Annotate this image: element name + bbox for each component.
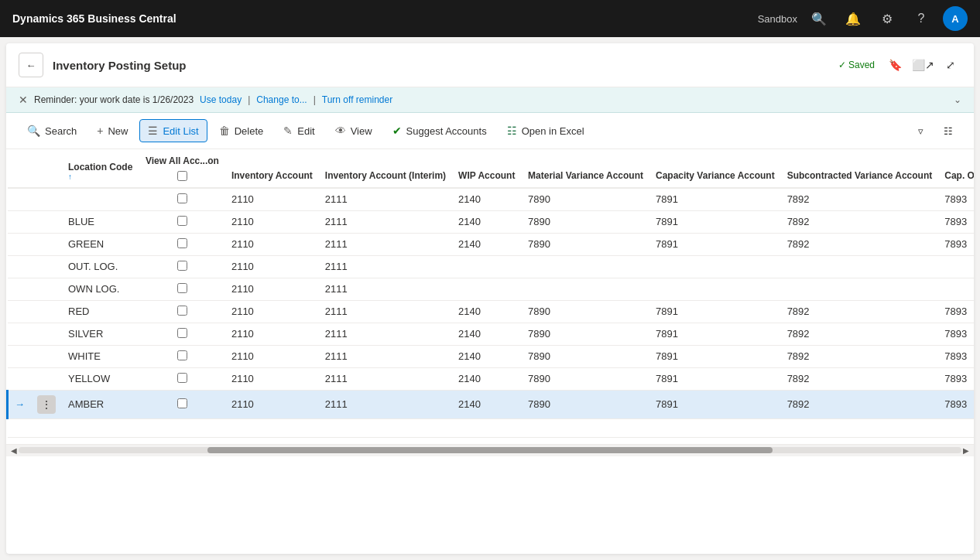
col-subcontracted-variance-header[interactable]: Subcontracted Variance Account (781, 149, 939, 188)
excel-btn-icon: ☷ (507, 125, 517, 137)
reminder-expand-icon[interactable]: ⌄ (954, 94, 961, 105)
capacity-variance-cell: 7891 (649, 233, 781, 255)
capacity-variance-cell: 7891 (649, 345, 781, 367)
scroll-left-arrow[interactable]: ◀ (9, 446, 19, 455)
material-variance-cell: 7890 (522, 323, 649, 345)
inventory-account-cell: 2110 (225, 255, 319, 278)
inventory-account-interim-cell: 2111 (319, 255, 452, 278)
view-all-checkbox[interactable] (177, 306, 187, 316)
col-inventory-account-header[interactable]: Inventory Account (225, 149, 319, 188)
environment-label: Sandbox (758, 13, 797, 25)
material-variance-cell: 7890 (522, 300, 649, 323)
view-all-checkbox[interactable] (177, 398, 187, 408)
material-variance-cell: 7890 (522, 233, 649, 255)
filter-button[interactable]: ▿ (910, 120, 932, 142)
row-indicator-cell (8, 188, 32, 211)
table-row: 21102111214078907891789278937894 (8, 188, 975, 211)
col-inventory-interim-header[interactable]: Inventory Account (Interim) (319, 149, 452, 188)
wip-account-cell: 2140 (452, 233, 522, 255)
reminder-close-button[interactable]: ✕ (19, 94, 28, 106)
wip-account-cell: 2140 (452, 210, 522, 233)
suggest-accounts-btn-icon: ✔ (392, 125, 402, 137)
view-all-cell (139, 255, 225, 278)
table-row: YELLOW21102111214078907891789278937894 (8, 367, 975, 390)
capacity-variance-cell: 7891 (649, 300, 781, 323)
table-row: SILVER21102111214078907891789278937894 (8, 323, 975, 345)
view-all-checkbox[interactable] (177, 373, 187, 383)
row-menu-cell (31, 300, 62, 323)
row-indicator-cell: → (8, 390, 32, 418)
inventory-account-cell: 2110 (225, 390, 319, 418)
edit-button[interactable]: ✎ Edit (275, 119, 323, 142)
subcontracted-variance-cell (781, 278, 939, 300)
location-code-cell: OUT. LOG. (62, 255, 139, 278)
cap-overhead-variance-cell (938, 255, 974, 278)
view-all-checkbox[interactable] (177, 193, 187, 203)
col-location-code-header[interactable]: Location Code ↑ (62, 149, 139, 188)
view-all-cell (139, 345, 225, 367)
col-view-all-header: View All Acc...on (139, 149, 225, 188)
capacity-variance-cell: 7891 (649, 210, 781, 233)
user-avatar[interactable]: A (943, 6, 968, 31)
view-all-checkbox[interactable] (177, 283, 187, 293)
col-cap-overhead-variance-header[interactable]: Cap. Overhead Variance Account (938, 149, 974, 188)
col-capacity-variance-header[interactable]: Capacity Variance Account (649, 149, 781, 188)
help-icon[interactable]: ? (909, 6, 934, 31)
table-row: →⋮AMBER21102111214078907891789278937894 (8, 390, 975, 418)
view-btn-icon: 👁 (335, 125, 346, 137)
open-in-excel-button[interactable]: ☷ Open in Excel (499, 119, 593, 142)
row-menu-cell: ⋮ (31, 390, 62, 418)
scrollbar-thumb[interactable] (207, 447, 773, 453)
view-all-checkbox[interactable] (177, 261, 187, 271)
row-menu-cell (31, 233, 62, 255)
edit-list-button[interactable]: ☰ Edit List (139, 119, 207, 142)
notifications-icon[interactable]: 🔔 (841, 6, 865, 31)
scroll-right-arrow[interactable]: ▶ (961, 446, 971, 455)
page-title: Inventory Posting Setup (53, 59, 829, 72)
suggest-accounts-button[interactable]: ✔ Suggest Accounts (384, 119, 495, 142)
change-to-link[interactable]: Change to... (256, 94, 307, 105)
horizontal-scrollbar[interactable]: ◀ ▶ (6, 444, 974, 456)
capacity-variance-cell (649, 278, 781, 300)
table-row: RED21102111214078907891789278937894 (8, 300, 975, 323)
view-all-checkbox[interactable] (177, 350, 187, 360)
col-wip-account-header[interactable]: WIP Account (452, 149, 522, 188)
sort-arrow-location: ↑ (68, 172, 133, 181)
location-code-cell: SILVER (62, 323, 139, 345)
search-button[interactable]: 🔍 Search (19, 119, 85, 142)
material-variance-cell (522, 278, 649, 300)
cap-overhead-variance-cell (938, 278, 974, 300)
settings-icon[interactable]: ⚙ (875, 6, 899, 31)
cap-overhead-variance-cell: 7893 (938, 367, 974, 390)
inventory-account-interim-cell: 2111 (319, 188, 452, 211)
col-material-variance-header[interactable]: Material Variance Account (522, 149, 649, 188)
back-button[interactable]: ← (19, 53, 43, 77)
scrollbar-track[interactable] (19, 447, 961, 453)
row-indicator-cell (8, 300, 32, 323)
delete-button[interactable]: 🗑 Delete (211, 119, 272, 142)
inventory-account-cell: 2110 (225, 188, 319, 211)
saved-status: ✓ Saved (838, 60, 875, 70)
open-new-window-icon[interactable]: ⬜↗ (912, 54, 934, 76)
new-button[interactable]: + New (88, 119, 136, 142)
view-button[interactable]: 👁 View (327, 119, 381, 142)
columns-button[interactable]: ☷ (935, 120, 961, 142)
row-context-menu-button[interactable]: ⋮ (37, 395, 56, 414)
cap-overhead-variance-cell: 7893 (938, 233, 974, 255)
view-all-checkbox[interactable] (177, 328, 187, 338)
view-all-checkbox[interactable] (177, 238, 187, 248)
row-indicator-cell (8, 367, 32, 390)
view-all-checkbox[interactable] (177, 216, 187, 226)
material-variance-cell: 7890 (522, 188, 649, 211)
wip-account-cell (452, 278, 522, 300)
bookmark-icon[interactable]: 🔖 (884, 54, 906, 76)
turn-off-reminder-link[interactable]: Turn off reminder (322, 94, 392, 105)
table-row: WHITE21102111214078907891789278937894 (8, 345, 975, 367)
collapse-icon[interactable]: ⤢ (940, 54, 961, 76)
view-all-header-checkbox[interactable] (146, 171, 219, 181)
location-code-cell: OWN LOG. (62, 278, 139, 300)
search-icon[interactable]: 🔍 (807, 6, 831, 31)
location-code-cell (62, 188, 139, 211)
use-today-link[interactable]: Use today (200, 94, 242, 105)
wip-account-cell: 2140 (452, 345, 522, 367)
